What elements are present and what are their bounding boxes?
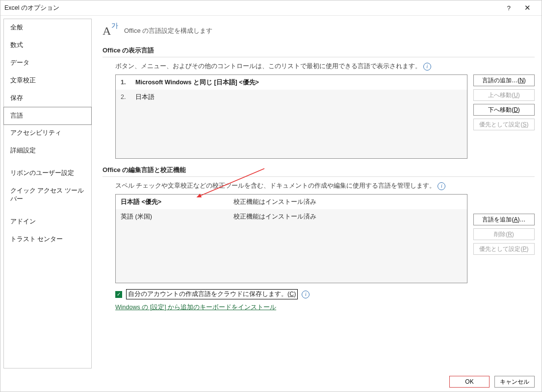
- title-bar: Excel のオプション ? ✕: [0, 0, 542, 16]
- display-language-section-title: Office の表示言語: [103, 46, 535, 55]
- sidebar-item-general[interactable]: 全般: [4, 19, 91, 37]
- list-item-label: Microsoft Windows と同じ [日本語] <優先>: [135, 78, 259, 87]
- options-dialog: Excel のオプション ? ✕ 全般 数式 データ 文章校正 保存 言語 アク…: [0, 0, 542, 392]
- add-display-language-button[interactable]: 言語の追加…(N): [473, 74, 535, 86]
- sidebar-item-proofing[interactable]: 文章校正: [4, 72, 91, 90]
- editing-language-section-title: Office の編集言語と校正機能: [103, 166, 535, 174]
- list-item-language: 英語 (米国): [121, 213, 233, 221]
- info-icon[interactable]: i: [438, 182, 445, 190]
- list-item-number: 1.: [121, 79, 135, 86]
- help-button[interactable]: ?: [500, 4, 517, 12]
- remove-editing-language-button: 削除(R): [473, 228, 535, 240]
- add-editing-language-button[interactable]: 言語を追加(A)…: [473, 214, 535, 225]
- info-icon[interactable]: i: [423, 63, 431, 71]
- list-item-status: 校正機能はインストール済み: [233, 198, 462, 206]
- editing-language-description-text: スペル チェックや文章校正などの校正ツールを含む、ドキュメントの作成や編集に使用…: [115, 182, 436, 190]
- display-language-buttons: 言語の追加…(N) 上へ移動(U) 下へ移動(D) 優先として設定(S): [473, 74, 535, 130]
- dialog-body: 全般 数式 データ 文章校正 保存 言語 アクセシビリティ 詳細設定 リボンのユ…: [0, 16, 542, 371]
- display-language-listbox[interactable]: 1. Microsoft Windows と同じ [日本語] <優先> 2. 日…: [115, 74, 467, 159]
- editing-language-listbox[interactable]: 日本語 <優先> 校正機能はインストール済み 英語 (米国) 校正機能はインスト…: [115, 194, 467, 283]
- display-language-area: 1. Microsoft Windows と同じ [日本語] <優先> 2. 日…: [115, 74, 535, 159]
- move-down-button[interactable]: 下へ移動(D): [473, 104, 535, 116]
- cloud-save-label[interactable]: 自分のアカウントの作成言語をクラウドに保存します。(C): [126, 289, 298, 299]
- list-item-status: 校正機能はインストール済み: [233, 213, 462, 221]
- page-heading-row: A가 Office の言語設定を構成します: [103, 24, 535, 38]
- window-title: Excel のオプション: [4, 4, 500, 12]
- sidebar-item-accessibility[interactable]: アクセシビリティ: [4, 124, 91, 142]
- set-preferred-editing-button: 優先として設定(P): [473, 243, 535, 255]
- sidebar-item-trust-center[interactable]: トラスト センター: [4, 231, 91, 248]
- language-heading-icon: A가: [103, 24, 117, 38]
- dialog-footer: OK キャンセル: [0, 371, 542, 392]
- list-item-label: 日本語: [135, 93, 155, 101]
- info-icon[interactable]: i: [302, 291, 310, 298]
- close-button[interactable]: ✕: [517, 3, 538, 12]
- editing-language-buttons: 言語を追加(A)… 削除(R) 優先として設定(P): [473, 214, 535, 255]
- sidebar-item-save[interactable]: 保存: [4, 90, 91, 107]
- editing-language-section: Office の編集言語と校正機能 スペル チェックや文章校正などの校正ツールを…: [103, 166, 535, 312]
- category-sidebar: 全般 数式 データ 文章校正 保存 言語 アクセシビリティ 詳細設定 リボンのユ…: [3, 19, 92, 368]
- keyboard-install-link[interactable]: Windows の [設定] から追加のキーボードをインストール: [115, 304, 276, 311]
- page-heading: Office の言語設定を構成します: [124, 26, 212, 35]
- sidebar-item-formulas[interactable]: 数式: [4, 37, 91, 54]
- sidebar-item-data[interactable]: データ: [4, 54, 91, 72]
- move-up-button: 上へ移動(U): [473, 89, 535, 101]
- editing-language-description: スペル チェックや文章校正などの校正ツールを含む、ドキュメントの作成や編集に使用…: [115, 182, 535, 190]
- main-panel: A가 Office の言語設定を構成します Office の表示言語 ボタン、メ…: [95, 16, 542, 371]
- list-item-language: 日本語 <優先>: [121, 198, 233, 206]
- list-item[interactable]: 1. Microsoft Windows と同じ [日本語] <優先>: [115, 74, 467, 90]
- display-language-description: ボタン、メニュー、およびその他のコントロールは、このリストで最初に使用できる言語…: [115, 62, 535, 71]
- cancel-button[interactable]: キャンセル: [494, 376, 535, 388]
- ok-button[interactable]: OK: [449, 376, 490, 388]
- display-language-description-text: ボタン、メニュー、およびその他のコントロールは、このリストで最初に使用できる言語…: [115, 62, 421, 71]
- section-divider: [103, 57, 535, 57]
- sidebar-item-qat[interactable]: クイック アクセス ツール バー: [4, 182, 91, 208]
- list-item[interactable]: 日本語 <優先> 校正機能はインストール済み: [115, 194, 467, 210]
- sidebar-item-language[interactable]: 言語: [3, 107, 92, 125]
- editing-language-area: 日本語 <優先> 校正機能はインストール済み 英語 (米国) 校正機能はインスト…: [115, 194, 535, 283]
- set-preferred-display-button: 優先として設定(S): [473, 119, 535, 130]
- keyboard-install-link-row: Windows の [設定] から追加のキーボードをインストール: [115, 303, 535, 312]
- list-item-number: 2.: [121, 94, 135, 100]
- section-divider: [103, 176, 535, 177]
- sidebar-item-advanced[interactable]: 詳細設定: [4, 142, 91, 160]
- sidebar-item-addins[interactable]: アドイン: [4, 213, 91, 231]
- sidebar-item-customize-ribbon[interactable]: リボンのユーザー設定: [4, 165, 91, 182]
- cloud-save-row: ✓ 自分のアカウントの作成言語をクラウドに保存します。(C) i: [115, 289, 535, 299]
- list-item[interactable]: 2. 日本語: [116, 90, 467, 104]
- list-item[interactable]: 英語 (米国) 校正機能はインストール済み: [116, 209, 467, 224]
- cloud-save-checkbox[interactable]: ✓: [115, 291, 122, 298]
